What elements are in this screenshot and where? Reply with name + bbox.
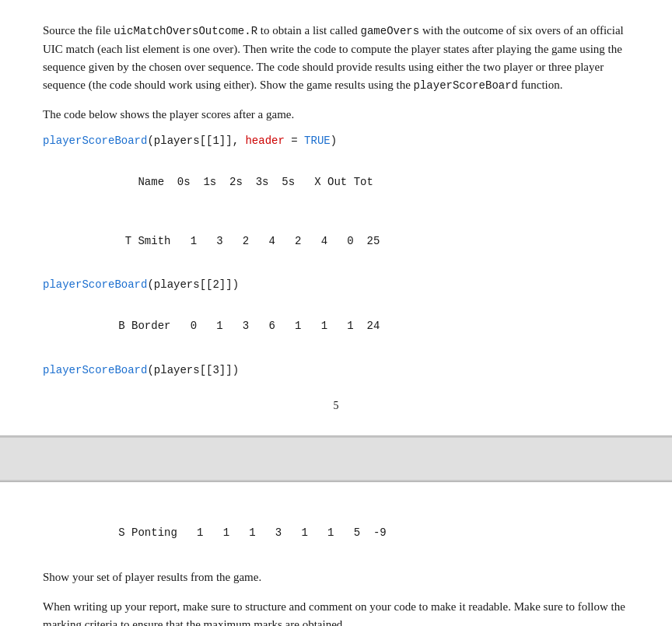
table3-row: S Ponting 1 1 1 3 1 1 5 -9 xyxy=(105,526,386,539)
score-table-2: B Border 0 1 3 6 1 1 1 24 xyxy=(66,297,629,356)
page-gap xyxy=(0,435,672,482)
code-equals-1: = xyxy=(285,135,304,147)
code-function-3: playerScoreBoard xyxy=(43,364,147,376)
table1-row: T Smith 1 3 2 4 2 4 0 25 xyxy=(105,235,380,247)
paragraph-3: Show your set of player results from the… xyxy=(43,568,629,586)
score-table-3: S Ponting 1 1 1 3 1 1 5 -9 xyxy=(66,504,629,563)
score-table-1: Name 0s 1s 2s 3s 5s X Out Tot T Smith 1 … xyxy=(66,153,629,271)
paragraph-1: Source the file uicMatchOversOutcome.R t… xyxy=(43,22,629,95)
code-args-1: (players[[1]], xyxy=(147,135,245,147)
code-line-1: playerScoreBoard(players[[1]], header = … xyxy=(43,135,629,147)
code-args-3: (players[[3]]) xyxy=(147,364,239,376)
code-header-label: header xyxy=(245,135,284,147)
page-container: Source the file uicMatchOversOutcome.R t… xyxy=(0,0,672,626)
upper-page: Source the file uicMatchOversOutcome.R t… xyxy=(0,0,672,435)
divider-bottom xyxy=(0,480,672,481)
code-function-1: playerScoreBoard xyxy=(43,135,147,147)
code-line-3: playerScoreBoard(players[[3]]) xyxy=(43,364,629,376)
lower-page: S Ponting 1 1 1 3 1 1 5 -9 Show your set… xyxy=(0,482,672,626)
code-true-1: TRUE xyxy=(304,135,331,147)
code-args-2: (players[[2]]) xyxy=(147,278,239,291)
table2-row: B Border 0 1 3 6 1 1 1 24 xyxy=(105,320,380,332)
divider-top xyxy=(0,436,672,438)
code-line-2: playerScoreBoard(players[[2]]) xyxy=(43,278,629,291)
inline-code-3: playerScoreBoard xyxy=(414,79,518,92)
code-close-1: ) xyxy=(331,135,337,147)
paragraph-2: The code below shows the player scores a… xyxy=(43,106,629,124)
inline-code-1: uicMatchOversOutcome.R xyxy=(114,25,257,37)
table1-header: Name 0s 1s 2s 3s 5s X Out Tot xyxy=(105,176,373,188)
inline-code-2: gameOvers xyxy=(361,25,420,37)
code-function-2: playerScoreBoard xyxy=(43,278,147,291)
paragraph-4: When writing up your report, make sure t… xyxy=(43,598,629,626)
page-number-upper: 5 xyxy=(43,400,629,412)
